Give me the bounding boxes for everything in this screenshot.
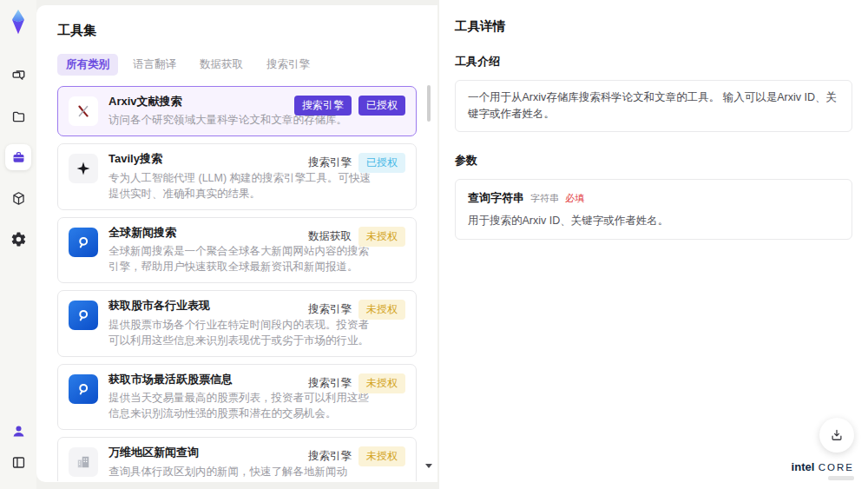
scrollbar-thumb[interactable] <box>427 85 431 122</box>
param-name: 查询字符串 <box>468 190 524 206</box>
tool-category-label: 数据获取 <box>308 229 352 244</box>
detail-panel: 工具详情 工具介绍 一个用于从Arxiv存储库搜索科学论文和文章的工具。 输入可… <box>439 0 868 489</box>
cube-icon[interactable] <box>5 185 31 211</box>
tavily-logo-icon <box>69 154 98 183</box>
tool-card[interactable]: Tavily搜索专为人工智能代理 (LLM) 构建的搜索引擎工具。可快速提供实时… <box>57 143 417 210</box>
parameter-card: 查询字符串字符串必填用于搜索的Arxiv ID、关键字或作者姓名。 <box>455 179 852 240</box>
tool-card[interactable]: 获取市场最活跃股票信息提供当天交易量最高的股票列表，投资者可以利用这些信息来识别… <box>57 364 417 431</box>
toolset-panel: 工具集 所有类别语言翻译数据获取搜索引擎 Arxiv文献搜索访问各个研究领域大量… <box>36 5 437 482</box>
stock-sector-icon <box>69 301 98 330</box>
intel-core-logo: intel core <box>792 459 854 480</box>
news-search-icon <box>69 228 98 257</box>
param-list: 查询字符串字符串必填用于搜索的Arxiv ID、关键字或作者姓名。 <box>455 179 852 240</box>
params-heading: 参数 <box>455 153 852 169</box>
folder-icon[interactable] <box>5 103 31 129</box>
user-icon[interactable] <box>5 418 31 444</box>
download-icon <box>829 427 845 443</box>
chat-icon[interactable] <box>5 63 31 89</box>
category-tab[interactable]: 语言翻译 <box>124 54 185 76</box>
app-window: 工具集 所有类别语言翻译数据获取搜索引擎 Arxiv文献搜索访问各个研究领域大量… <box>0 0 868 489</box>
tool-card[interactable]: 获取股市各行业表现提供股票市场各个行业在特定时间段内的表现。投资者可以利用这些信… <box>57 290 417 357</box>
param-description: 用于搜索的Arxiv ID、关键字或作者姓名。 <box>468 214 839 228</box>
app-logo <box>7 9 30 35</box>
tool-list: Arxiv文献搜索访问各个研究领域大量科学论文和文章的存储库。搜索引擎已授权Ta… <box>57 86 417 481</box>
tool-card[interactable]: 万维地区新闻查询查询具体行政区划内的新闻，快速了解各地新闻动搜索引擎未授权 <box>57 437 417 481</box>
region-news-icon <box>69 447 98 477</box>
category-tab[interactable]: 数据获取 <box>191 54 252 76</box>
panel-toggle-icon[interactable] <box>5 449 31 475</box>
scroll-down-icon[interactable] <box>425 464 432 468</box>
sidebar <box>0 0 36 489</box>
tool-intro-text: 一个用于从Arxiv存储库搜索科学论文和文章的工具。 输入可以是Arxiv ID… <box>455 80 852 132</box>
tool-category-label: 搜索引擎 <box>308 302 352 317</box>
arxiv-logo-icon <box>69 96 98 126</box>
tool-description: 提供当天交易量最高的股票列表，投资者可以利用这些信息来识别流动性强的股票和潜在的… <box>108 390 372 421</box>
category-tab[interactable]: 搜索引擎 <box>258 54 319 76</box>
intel-brand-name: intel <box>792 460 815 473</box>
tool-description: 专为人工智能代理 (LLM) 构建的搜索引擎工具。可快速提供实时、准确和真实的结… <box>108 170 372 202</box>
param-required-badge: 必填 <box>565 192 584 205</box>
intel-sub-mark <box>828 476 854 480</box>
tool-category-label: 搜索引擎 <box>308 376 352 391</box>
tool-card[interactable]: 全球新闻搜索全球新闻搜索是一个聚合全球各大新闻网站内容的搜索引擎，帮助用户快速获… <box>57 217 417 284</box>
toolbox-icon[interactable] <box>5 144 31 170</box>
tool-description: 提供股票市场各个行业在特定时间段内的表现。投资者可以利用这些信息来识别表现优于或… <box>108 317 372 348</box>
category-tabs: 所有类别语言翻译数据获取搜索引擎 <box>57 54 417 76</box>
param-type: 字符串 <box>530 192 559 205</box>
detail-title: 工具详情 <box>455 18 852 35</box>
auth-status-badge: 未授权 <box>358 300 405 320</box>
auth-status-badge: 已授权 <box>358 153 405 173</box>
tool-card[interactable]: Arxiv文献搜索访问各个研究领域大量科学论文和文章的存储库。搜索引擎已授权 <box>57 86 417 136</box>
auth-status-badge: 未授权 <box>358 373 405 393</box>
intro-heading: 工具介绍 <box>455 54 852 69</box>
auth-status-badge: 未授权 <box>358 227 405 247</box>
toolset-title: 工具集 <box>57 23 417 39</box>
tool-category-label: 搜索引擎 <box>308 449 352 464</box>
auth-status-badge: 已授权 <box>358 96 405 116</box>
category-tab[interactable]: 所有类别 <box>57 54 118 76</box>
intel-brand-series: core <box>819 462 854 472</box>
tool-category-badge: 搜索引擎 <box>294 96 352 116</box>
active-stocks-icon <box>69 374 98 404</box>
auth-status-badge: 未授权 <box>358 446 405 466</box>
tool-category-label: 搜索引擎 <box>308 155 352 170</box>
download-button[interactable] <box>819 418 854 453</box>
tool-description: 全球新闻搜索是一个聚合全球各大新闻网站内容的搜索引擎，帮助用户快速获取全球最新资… <box>108 243 372 274</box>
settings-icon[interactable] <box>5 226 31 252</box>
